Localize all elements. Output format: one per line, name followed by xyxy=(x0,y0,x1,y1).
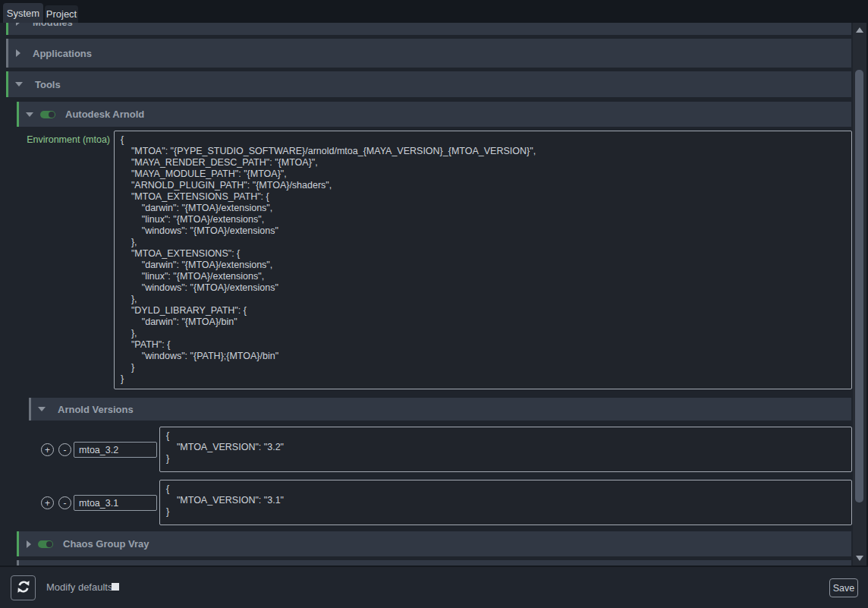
add-version-button[interactable]: + xyxy=(41,496,54,509)
chevron-right-icon xyxy=(16,49,20,57)
environment-mtoa-textarea[interactable]: { "MTOA": "{PYPE_STUDIO_SOFTWARE}/arnold… xyxy=(114,131,852,389)
chevron-down-icon xyxy=(38,407,46,411)
tab-bar: System Project xyxy=(0,0,868,23)
toggle-knob xyxy=(49,112,55,118)
tab-system[interactable]: System xyxy=(3,3,43,23)
section-title: Applications xyxy=(33,48,92,59)
section-header-chaos-group-vray[interactable]: Chaos Group Vray xyxy=(17,531,851,556)
chevron-down-icon xyxy=(15,82,23,87)
footer-bar: Modify defaults Save xyxy=(0,565,868,608)
section-header-modules[interactable]: Modules xyxy=(6,23,851,35)
chevron-right-icon xyxy=(16,23,20,26)
scroll-up-arrow-icon[interactable] xyxy=(856,27,863,33)
scrollbar-thumb[interactable] xyxy=(855,70,863,502)
save-button[interactable]: Save xyxy=(829,578,858,597)
remove-version-button[interactable]: - xyxy=(58,443,71,456)
tab-project[interactable]: Project xyxy=(45,5,78,23)
vertical-scrollbar[interactable] xyxy=(853,23,866,565)
settings-scroll-area: Modules Applications Tools Autodesk Arno… xyxy=(0,23,854,565)
section-header-arnold-versions[interactable]: Arnold Versions xyxy=(29,398,851,421)
scroll-down-arrow-icon[interactable] xyxy=(856,556,863,561)
refresh-button[interactable] xyxy=(11,575,36,600)
toggle-knob xyxy=(46,541,52,547)
environment-mtoa-label: Environment (mtoa) xyxy=(6,134,110,145)
add-version-button[interactable]: + xyxy=(41,443,54,456)
chevron-down-icon xyxy=(26,112,33,117)
enabled-toggle[interactable] xyxy=(38,540,53,548)
version-key-input[interactable] xyxy=(74,495,157,511)
enabled-toggle[interactable] xyxy=(40,111,55,118)
section-title: Autodesk Arnold xyxy=(65,109,144,120)
modify-defaults-checkbox[interactable] xyxy=(112,583,119,591)
version-value-textarea[interactable]: { "MTOA_VERSION": "3.2" } xyxy=(159,427,852,472)
refresh-icon xyxy=(16,579,31,597)
section-title: Modules xyxy=(33,23,73,28)
chevron-right-icon xyxy=(27,540,31,548)
section-header-tools[interactable]: Tools xyxy=(6,71,851,97)
settings-window: System Project Modules Applications Tool… xyxy=(0,0,868,608)
remove-version-button[interactable]: - xyxy=(58,496,71,509)
version-key-input[interactable] xyxy=(74,442,157,458)
version-value-textarea[interactable]: { "MTOA_VERSION": "3.1" } xyxy=(159,480,852,525)
section-title: Arnold Versions xyxy=(58,404,134,415)
section-title: Tools xyxy=(35,79,61,90)
section-header-autodesk-arnold[interactable]: Autodesk Arnold xyxy=(17,102,851,127)
section-title: Chaos Group Vray xyxy=(63,538,149,550)
modify-defaults-label: Modify defaults xyxy=(46,581,112,593)
section-header-partial[interactable] xyxy=(17,560,851,565)
section-header-applications[interactable]: Applications xyxy=(6,39,851,68)
